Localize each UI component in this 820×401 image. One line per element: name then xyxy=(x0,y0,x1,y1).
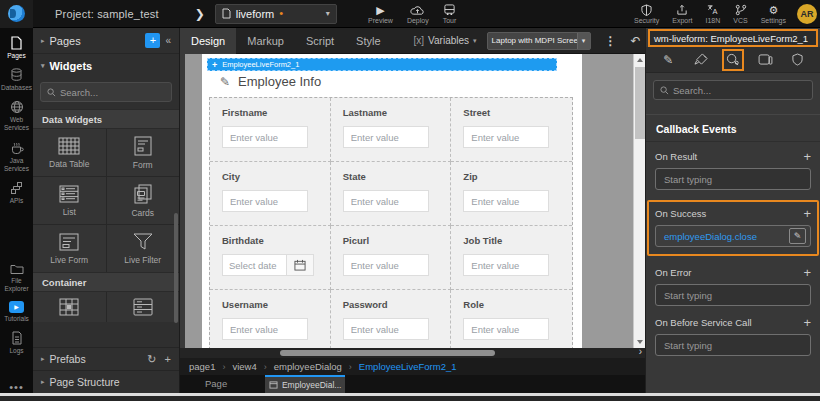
canvas-page[interactable]: + EmployeeLiveForm2_1 ✎ Employee Info Fi… xyxy=(202,54,582,348)
security-button[interactable]: Security xyxy=(634,4,659,24)
form-field-birthdate[interactable]: Birthdate Select date xyxy=(210,226,331,290)
form-field-lastname[interactable]: Lastname xyxy=(331,98,452,162)
edit-handler-button[interactable]: ✎ xyxy=(789,228,806,244)
device-selector[interactable]: Laptop with MDPI Screen ▾ xyxy=(487,32,591,50)
form-field-city[interactable]: City xyxy=(210,162,331,226)
rail-item-logs[interactable]: Logs xyxy=(0,327,33,359)
widget-container[interactable] xyxy=(107,292,180,322)
breadcrumb-view4[interactable]: view4 xyxy=(232,361,256,372)
rail-more-button[interactable]: ••• xyxy=(9,381,24,393)
rail-item-apis[interactable]: APIs xyxy=(0,177,33,209)
tab-markup[interactable]: Markup xyxy=(236,28,295,54)
properties-search-input[interactable] xyxy=(673,85,806,96)
add-on-before-service-call-button[interactable]: + xyxy=(803,316,811,329)
tab-design[interactable]: Design xyxy=(180,28,236,54)
vcs-button[interactable]: VCS xyxy=(733,4,747,24)
breadcrumb-employeedialog[interactable]: employeeDialog xyxy=(274,361,342,372)
canvas-left-divider[interactable] xyxy=(180,54,185,348)
on-before-service-call-input[interactable] xyxy=(655,334,811,356)
birthdate-input[interactable]: Select date xyxy=(222,254,286,276)
scrollbar-thumb[interactable] xyxy=(635,67,645,139)
form-field-state[interactable]: State xyxy=(331,162,452,226)
rail-item-web-services[interactable]: Web Services xyxy=(0,96,33,136)
rail-item-tutorials[interactable]: ▶ Tutorials xyxy=(0,297,33,327)
collapse-panel-button[interactable]: « xyxy=(165,35,171,46)
rail-item-databases[interactable]: Databases xyxy=(0,64,33,96)
preview-button[interactable]: ▶ Preview xyxy=(368,4,393,24)
form-field-role[interactable]: Role xyxy=(451,290,572,348)
form-field-password[interactable]: Password xyxy=(331,290,452,348)
widget-search-input[interactable] xyxy=(60,87,165,98)
rail-item-file-explorer[interactable]: File Explorer xyxy=(0,259,33,297)
page-tab[interactable]: Page xyxy=(205,375,227,393)
scroll-right-arrow[interactable]: › xyxy=(639,346,642,357)
scroll-up-arrow[interactable] xyxy=(634,54,645,66)
breadcrumb-employeeliveform[interactable]: EmployeeLiveForm2_1 xyxy=(359,361,457,372)
widget-cards[interactable]: Cards xyxy=(107,177,180,224)
hscrollbar-thumb[interactable] xyxy=(280,350,495,356)
password-input[interactable] xyxy=(343,318,429,340)
form-field-firstname[interactable]: Firstname xyxy=(210,98,331,162)
tab-properties[interactable]: ✎ xyxy=(657,49,679,71)
panel-scrollbar[interactable] xyxy=(174,213,178,323)
picurl-input[interactable] xyxy=(343,254,429,276)
lastname-input[interactable] xyxy=(343,126,429,148)
rail-item-pages[interactable]: Pages xyxy=(0,32,33,64)
i18n-button[interactable]: A I18N xyxy=(706,4,721,24)
add-page-button[interactable]: + xyxy=(145,33,160,48)
tab-security[interactable] xyxy=(787,49,809,71)
widget-form[interactable]: Form xyxy=(107,129,180,176)
form-field-street[interactable]: Street xyxy=(451,98,572,162)
tab-events[interactable] xyxy=(722,49,744,71)
widget-data-table[interactable]: Data Table xyxy=(33,129,106,176)
widget-layout-grid[interactable] xyxy=(33,292,106,322)
properties-search[interactable] xyxy=(653,80,813,100)
zip-input[interactable] xyxy=(463,190,549,212)
refresh-prefabs-button[interactable]: ↻ xyxy=(147,353,156,366)
form-field-picurl[interactable]: Picurl xyxy=(331,226,452,290)
app-logo[interactable] xyxy=(0,0,33,28)
jobtitle-input[interactable] xyxy=(463,254,549,276)
tab-styles[interactable] xyxy=(690,49,712,71)
more-options-button[interactable]: ⋮ xyxy=(605,35,617,47)
widget-live-form[interactable]: Live Form xyxy=(33,225,106,272)
prefabs-section-header[interactable]: ▸ Prefabs ↻ + xyxy=(33,347,179,370)
form-field-zip[interactable]: Zip xyxy=(451,162,572,226)
street-input[interactable] xyxy=(463,126,549,148)
widgets-section-header[interactable]: ▾ Widgets xyxy=(33,54,179,78)
on-success-value[interactable]: employeeDialog.close ✎ xyxy=(655,225,811,247)
pages-section-header[interactable]: ▸ Pages + « xyxy=(33,28,179,54)
widget-live-filter[interactable]: Live Filter xyxy=(107,225,180,272)
role-input[interactable] xyxy=(463,318,549,340)
deploy-button[interactable]: Deploy xyxy=(407,4,429,24)
add-on-success-button[interactable]: + xyxy=(803,207,811,220)
canvas-vertical-scrollbar[interactable] xyxy=(633,54,645,348)
variables-dropdown[interactable]: [x] Variables ▾ xyxy=(414,35,477,46)
form-field-jobtitle[interactable]: Job Title xyxy=(451,226,572,290)
tab-script[interactable]: Script xyxy=(295,28,345,54)
add-prefab-button[interactable]: + xyxy=(165,353,171,366)
canvas-horizontal-scrollbar[interactable]: › xyxy=(180,348,645,358)
add-on-error-button[interactable]: + xyxy=(803,266,811,279)
settings-button[interactable]: ⚙ Settings xyxy=(761,4,786,24)
breadcrumb-page1[interactable]: page1 xyxy=(189,361,215,372)
page-structure-section-header[interactable]: ▸ Page Structure xyxy=(33,370,179,393)
page-selector-dropdown[interactable]: liveform • ▾ xyxy=(215,4,337,24)
employee-dialog-tab[interactable]: EmployeeDial... xyxy=(265,375,345,393)
add-on-result-button[interactable]: + xyxy=(803,150,811,163)
tour-button[interactable]: Tour xyxy=(443,4,457,24)
calendar-button[interactable] xyxy=(286,254,314,276)
state-input[interactable] xyxy=(343,190,429,212)
selected-widget-bar[interactable]: + EmployeeLiveForm2_1 xyxy=(207,58,557,71)
username-input[interactable] xyxy=(222,318,308,340)
rail-item-java-services[interactable]: Java Services xyxy=(0,137,33,177)
city-input[interactable] xyxy=(222,190,308,212)
on-result-input[interactable] xyxy=(655,168,811,190)
tab-style[interactable]: Style xyxy=(345,28,391,54)
export-button[interactable]: Export xyxy=(672,4,692,24)
firstname-input[interactable] xyxy=(222,126,308,148)
undo-button[interactable]: ↶ xyxy=(631,35,641,47)
widget-list[interactable]: List xyxy=(33,177,106,224)
tab-device[interactable] xyxy=(754,49,776,71)
user-avatar[interactable]: AR xyxy=(797,4,817,24)
